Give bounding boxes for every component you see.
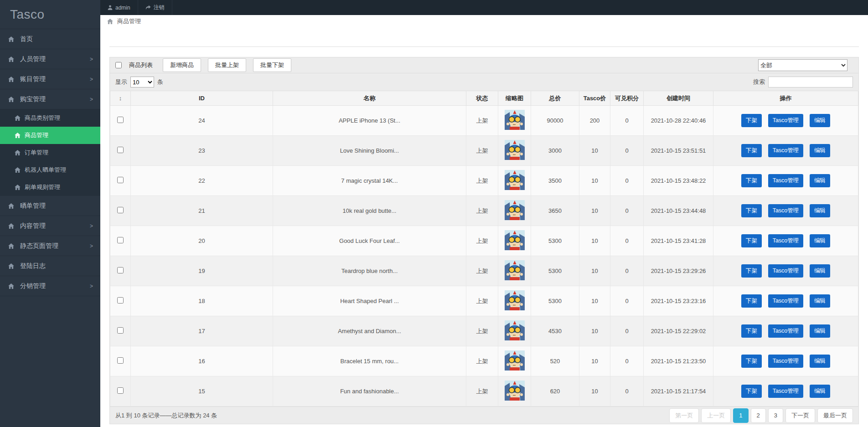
sidebar-item-2[interactable]: 账目管理 > <box>0 69 100 89</box>
edit-button[interactable]: 编辑 <box>810 355 830 368</box>
row-checkbox[interactable] <box>117 327 124 334</box>
row-checkbox[interactable] <box>117 147 124 153</box>
home-icon <box>8 223 15 229</box>
sidebar-item-1[interactable]: 人员管理 > <box>0 49 100 69</box>
logout-button[interactable]: 注销 <box>138 0 172 15</box>
edit-button[interactable]: 编辑 <box>810 174 830 187</box>
pagination-item-6[interactable]: 最后一页 <box>817 408 853 423</box>
off-shelf-button[interactable]: 下架 <box>741 234 762 247</box>
category-filter-select[interactable]: 全部 <box>758 59 847 71</box>
product-id: 19 <box>131 256 273 286</box>
off-shelf-button[interactable]: 下架 <box>741 144 762 157</box>
product-status: 上架 <box>466 136 498 166</box>
off-shelf-button[interactable]: 下架 <box>741 264 762 278</box>
home-icon <box>15 133 21 138</box>
off-shelf-button[interactable]: 下架 <box>741 324 762 338</box>
product-total-price: 3650 <box>531 196 579 226</box>
sidebar-item-13[interactable]: 分销管理 > <box>0 276 100 296</box>
batch-on-shelf-button[interactable]: 批量上架 <box>208 58 246 72</box>
sidebar-item-10[interactable]: 内容管理 > <box>0 216 100 236</box>
off-shelf-button[interactable]: 下架 <box>741 294 762 308</box>
edit-button[interactable]: 编辑 <box>810 294 830 308</box>
chevron-right-icon: > <box>90 76 93 82</box>
sidebar-item-7[interactable]: 机器人晒单管理 <box>0 161 100 179</box>
sort-icon[interactable]: ↕ <box>119 95 122 102</box>
product-tasco-price: 10 <box>579 166 610 196</box>
search-input[interactable] <box>768 77 853 87</box>
product-points: 0 <box>610 376 644 406</box>
home-icon <box>15 185 21 190</box>
home-icon <box>8 97 15 102</box>
sidebar-item-0[interactable]: 首页 <box>0 29 100 49</box>
sidebar-item-11[interactable]: 静态页面管理 > <box>0 236 100 256</box>
tasco-manage-button[interactable]: Tasco管理 <box>768 294 804 308</box>
edit-button[interactable]: 编辑 <box>810 144 830 157</box>
tasco-manage-button[interactable]: Tasco管理 <box>768 385 804 398</box>
unit-label: 条 <box>157 78 163 86</box>
off-shelf-button[interactable]: 下架 <box>741 385 762 398</box>
batch-off-shelf-button[interactable]: 批量下架 <box>253 58 291 72</box>
edit-button[interactable]: 编辑 <box>810 264 830 278</box>
row-checkbox[interactable] <box>117 357 124 364</box>
edit-button[interactable]: 编辑 <box>810 385 830 398</box>
row-checkbox[interactable] <box>117 267 124 273</box>
table-row: 16 Bracelet 15 mm, rou... 上架 <box>110 346 858 376</box>
sidebar-item-12[interactable]: 登陆日志 <box>0 256 100 276</box>
sidebar-item-6[interactable]: 订单管理 <box>0 144 100 161</box>
product-points: 0 <box>610 286 644 316</box>
row-checkbox[interactable] <box>117 387 124 394</box>
off-shelf-button[interactable]: 下架 <box>741 114 762 127</box>
sidebar-item-5[interactable]: 商品管理 <box>0 127 100 144</box>
tasco-manage-button[interactable]: Tasco管理 <box>768 174 804 187</box>
product-points: 0 <box>610 256 644 286</box>
sidebar-item-3[interactable]: 购宝管理 > <box>0 89 100 109</box>
tasco-manage-button[interactable]: Tasco管理 <box>768 144 804 157</box>
select-all-checkbox[interactable] <box>115 62 122 68</box>
sidebar-item-9[interactable]: 晒单管理 <box>0 196 100 216</box>
row-checkbox[interactable] <box>117 177 124 183</box>
edit-button[interactable]: 编辑 <box>810 204 830 217</box>
edit-button[interactable]: 编辑 <box>810 114 830 127</box>
pagination-item-3[interactable]: 2 <box>751 408 766 423</box>
product-name: Amethyst and Diamon... <box>273 316 466 346</box>
tasco-manage-button[interactable]: Tasco管理 <box>768 355 804 368</box>
edit-button[interactable]: 编辑 <box>810 324 830 338</box>
pagination-item-1[interactable]: 上一页 <box>701 408 731 423</box>
product-tasco-price: 10 <box>579 316 610 346</box>
edit-button[interactable]: 编辑 <box>810 234 830 247</box>
product-thumbnail <box>505 110 525 130</box>
off-shelf-button[interactable]: 下架 <box>741 174 762 187</box>
sidebar-item-8[interactable]: 刷单规则管理 <box>0 179 100 196</box>
tasco-manage-button[interactable]: Tasco管理 <box>768 264 804 278</box>
row-checkbox[interactable] <box>117 297 124 304</box>
off-shelf-button[interactable]: 下架 <box>741 204 762 217</box>
pagination-item-5[interactable]: 下一页 <box>785 408 815 423</box>
pagination-item-4[interactable]: 3 <box>768 408 783 423</box>
home-icon <box>8 77 15 82</box>
table-row: 20 Good Luck Four Leaf... 上架 <box>110 226 858 256</box>
tasco-manage-button[interactable]: Tasco管理 <box>768 114 804 127</box>
tasco-manage-button[interactable]: Tasco管理 <box>768 204 804 217</box>
breadcrumb[interactable]: 商品管理 <box>100 15 868 28</box>
row-checkbox[interactable] <box>117 117 124 123</box>
row-checkbox[interactable] <box>117 207 124 213</box>
col-name: 名称 <box>273 91 466 106</box>
off-shelf-button[interactable]: 下架 <box>741 355 762 368</box>
add-product-button[interactable]: 新增商品 <box>163 58 201 72</box>
product-thumbnail <box>505 350 525 370</box>
tasco-manage-button[interactable]: Tasco管理 <box>768 234 804 247</box>
home-icon <box>8 57 15 62</box>
tasco-manage-button[interactable]: Tasco管理 <box>768 324 804 338</box>
product-status: 上架 <box>466 256 498 286</box>
table-row: 23 Love Shining Bloomi... 上架 <box>110 136 858 166</box>
sidebar-item-4[interactable]: 商品类别管理 <box>0 109 100 127</box>
home-icon <box>8 263 15 269</box>
product-status: 上架 <box>466 166 498 196</box>
row-checkbox[interactable] <box>117 237 124 243</box>
product-status: 上架 <box>466 346 498 376</box>
pagination-item-0[interactable]: 第一页 <box>669 408 699 423</box>
page-size-select[interactable]: 10 <box>130 77 154 87</box>
user-menu[interactable]: admin <box>100 0 138 15</box>
pagination-item-2[interactable]: 1 <box>733 408 748 423</box>
product-grid: 商品列表 新增商品 批量上架 批量下架 全部 显示 10 条 <box>109 57 859 424</box>
